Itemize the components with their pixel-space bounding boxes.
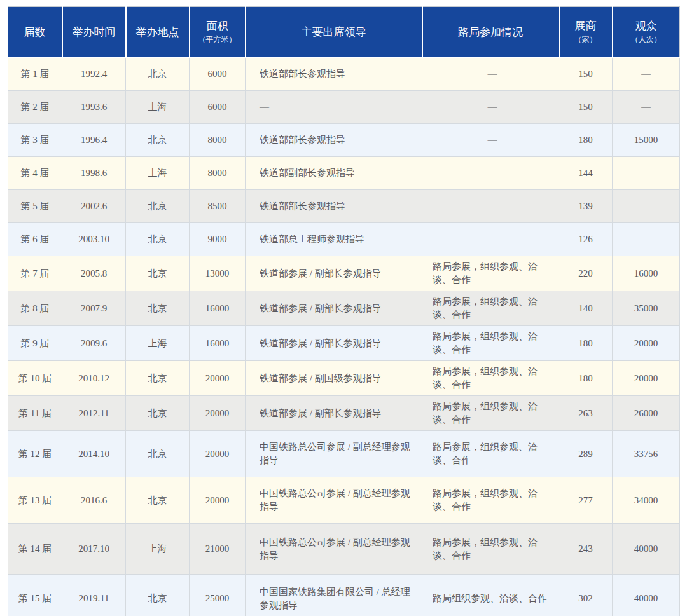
cell-visitors: —: [613, 223, 680, 256]
col-header-bureau-label: 路局参加情况: [426, 25, 556, 39]
cell-city: 北京: [126, 223, 190, 256]
cell-date: 2017.10: [62, 524, 126, 575]
table-header: 届数 举办时间 举办地点 面积 （平方米） 主要出席领导 路局参加情况: [8, 7, 680, 58]
cell-date: 2009.6: [62, 326, 126, 361]
cell-area: 9000: [190, 223, 246, 256]
cell-exhibitors: 180: [559, 124, 613, 157]
cell-area: 20000: [190, 361, 246, 396]
cell-session: 第 3 届: [8, 124, 62, 157]
cell-area: 25000: [190, 575, 246, 616]
cell-area: 8500: [190, 190, 246, 223]
cell-area: 21000: [190, 524, 246, 575]
cell-exhibitors: 144: [559, 157, 613, 190]
cell-exhibitors: 180: [559, 326, 613, 361]
cell-visitors: 40000: [613, 524, 680, 575]
cell-session: 第 9 届: [8, 326, 62, 361]
cell-city: 上海: [126, 326, 190, 361]
cell-leaders: 中国铁路总公司参展 / 副总经理参观指导: [246, 477, 422, 524]
cell-bureau: 路局参展，组织参观、洽谈、合作: [422, 524, 559, 575]
cell-date: 2014.10: [62, 431, 126, 477]
cell-city: 北京: [126, 477, 190, 524]
cell-city: 北京: [126, 256, 190, 291]
col-header-visitors-label: 观众: [616, 18, 677, 33]
cell-exhibitors: 277: [559, 477, 613, 524]
col-header-session-label: 届数: [11, 25, 59, 39]
cell-session: 第 7 届: [8, 256, 62, 291]
table-row: 第 11 届2012.11北京20000铁道部参展 / 副部长参观指导路局参展，…: [8, 396, 680, 431]
col-header-exhibitors: 展商 （家）: [559, 7, 613, 58]
cell-date: 1992.4: [62, 58, 126, 91]
cell-area: 6000: [190, 58, 246, 91]
cell-city: 北京: [126, 58, 190, 91]
cell-exhibitors: 150: [559, 91, 613, 124]
exhibition-history-table: 届数 举办时间 举办地点 面积 （平方米） 主要出席领导 路局参加情况: [8, 6, 680, 616]
cell-leaders: 铁道部参展 / 副部长参观指导: [246, 326, 422, 361]
cell-visitors: —: [613, 91, 680, 124]
table-row: 第 5 届2002.6北京8500铁道部部长参观指导—139—: [8, 190, 680, 223]
table-row: 第 2 届1993.6上海6000——150—: [8, 91, 680, 124]
cell-area: 16000: [190, 291, 246, 326]
cell-bureau: —: [422, 157, 559, 190]
cell-bureau: 路局参展，组织参观、洽谈、合作: [422, 256, 559, 291]
cell-session: 第 2 届: [8, 91, 62, 124]
cell-leaders: 铁道部副部长参观指导: [246, 157, 422, 190]
cell-session: 第 13 届: [8, 477, 62, 524]
cell-date: 2002.6: [62, 190, 126, 223]
cell-exhibitors: 150: [559, 58, 613, 91]
cell-city: 上海: [126, 157, 190, 190]
cell-bureau: 路局参展，组织参观、洽谈、合作: [422, 431, 559, 477]
cell-exhibitors: 289: [559, 431, 613, 477]
cell-visitors: 20000: [613, 326, 680, 361]
cell-exhibitors: 140: [559, 291, 613, 326]
cell-visitors: 35000: [613, 291, 680, 326]
cell-area: 20000: [190, 477, 246, 524]
col-header-area: 面积 （平方米）: [190, 7, 246, 58]
cell-session: 第 6 届: [8, 223, 62, 256]
col-header-area-label: 面积: [193, 18, 242, 33]
cell-visitors: 34000: [613, 477, 680, 524]
cell-area: 20000: [190, 396, 246, 431]
cell-visitors: —: [613, 58, 680, 91]
cell-area: 8000: [190, 157, 246, 190]
cell-bureau: —: [422, 91, 559, 124]
col-header-leaders-label: 主要出席领导: [249, 25, 419, 39]
table-row: 第 6 届2003.10北京9000铁道部总工程师参观指导—126—: [8, 223, 680, 256]
cell-session: 第 12 届: [8, 431, 62, 477]
cell-leaders: 铁道部总工程师参观指导: [246, 223, 422, 256]
cell-exhibitors: 302: [559, 575, 613, 616]
cell-visitors: 26000: [613, 396, 680, 431]
cell-leaders: 铁道部部长参观指导: [246, 58, 422, 91]
cell-session: 第 10 届: [8, 361, 62, 396]
cell-bureau: 路局参展，组织参观、洽谈、合作: [422, 396, 559, 431]
cell-leaders: 中国铁路总公司参展 / 副总经理参观指导: [246, 524, 422, 575]
cell-visitors: 20000: [613, 361, 680, 396]
cell-exhibitors: 126: [559, 223, 613, 256]
cell-date: 2007.9: [62, 291, 126, 326]
cell-session: 第 5 届: [8, 190, 62, 223]
table-row: 第 12 届2014.10北京20000中国铁路总公司参展 / 副总经理参观指导…: [8, 431, 680, 477]
cell-bureau: —: [422, 124, 559, 157]
cell-exhibitors: 139: [559, 190, 613, 223]
cell-area: 16000: [190, 326, 246, 361]
cell-session: 第 4 届: [8, 157, 62, 190]
cell-session: 第 8 届: [8, 291, 62, 326]
table-row: 第 13 届2016.6北京20000中国铁路总公司参展 / 副总经理参观指导路…: [8, 477, 680, 524]
col-header-session: 届数: [8, 7, 62, 58]
cell-date: 2019.11: [62, 575, 126, 616]
cell-visitors: 33756: [613, 431, 680, 477]
cell-city: 北京: [126, 431, 190, 477]
header-row: 届数 举办时间 举办地点 面积 （平方米） 主要出席领导 路局参加情况: [8, 7, 680, 58]
cell-area: 13000: [190, 256, 246, 291]
cell-session: 第 15 届: [8, 575, 62, 616]
col-header-visitors-sub: （人次）: [616, 34, 677, 45]
cell-visitors: —: [613, 157, 680, 190]
cell-bureau: 路局参展，组织参观、洽谈、合作: [422, 477, 559, 524]
cell-city: 上海: [126, 91, 190, 124]
table-row: 第 7 届2005.8北京13000铁道部参展 / 副部长参观指导路局参展，组织…: [8, 256, 680, 291]
cell-date: 2010.12: [62, 361, 126, 396]
cell-exhibitors: 180: [559, 361, 613, 396]
cell-exhibitors: 243: [559, 524, 613, 575]
cell-visitors: —: [613, 190, 680, 223]
table-row: 第 3 届1996.4北京8000铁道部部长参观指导—18015000: [8, 124, 680, 157]
cell-bureau: 路局参展，组织参观、洽谈、合作: [422, 361, 559, 396]
